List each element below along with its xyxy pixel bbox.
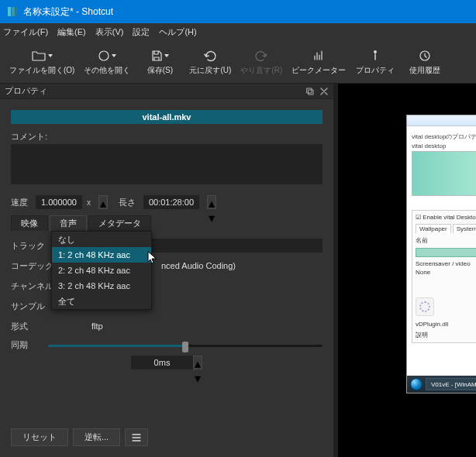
tab-bar: 映像 音声 メタデータ <box>11 215 323 231</box>
save-button[interactable]: 保存(S) <box>135 43 185 83</box>
track-option-2[interactable]: 2: 2 ch 48 KHz aac <box>52 263 151 278</box>
redo-icon <box>254 50 268 62</box>
preview-dll: vDPlugin.dll <box>416 321 476 328</box>
menu-edit[interactable]: 編集(E) <box>57 26 86 38</box>
undo-button[interactable]: 元に戻す(U) <box>185 43 236 83</box>
comment-label: コメント: <box>11 132 47 141</box>
toolbar: ファイルを開く(O) その他を開く 保存(S) 元に戻す(U) やり直す(R) … <box>0 40 476 84</box>
comment-input[interactable] <box>11 144 323 184</box>
preview-window-title: vital desktopのプロパティ <box>412 132 476 141</box>
menu-button[interactable] <box>125 428 148 446</box>
save-icon <box>150 50 163 62</box>
undo-icon <box>203 50 217 62</box>
preview-screensaver: Screensaver / video <box>416 260 476 267</box>
preview-tab-system: System <box>453 224 476 233</box>
preview-name-field <box>416 248 476 257</box>
menubar[interactable]: ファイル(F) 編集(E) 表示(V) 設定 ヘルプ(H) <box>0 23 476 40</box>
undock-icon[interactable] <box>305 87 315 96</box>
preview-thumbnail <box>412 151 476 196</box>
chevron-down-icon <box>112 54 116 57</box>
open-other-button[interactable]: その他を開く <box>79 43 135 83</box>
chevron-down-icon <box>164 54 169 57</box>
duration-label: 長さ <box>119 197 136 208</box>
properties-label: プロパティ <box>356 65 395 76</box>
svg-rect-2 <box>16 7 17 16</box>
format-label: 形式 <box>11 321 60 332</box>
duration-spinner[interactable]: ▴▾ <box>207 195 216 209</box>
peakmeter-button[interactable]: ピークメーター <box>287 43 350 83</box>
start-orb-icon <box>410 378 423 390</box>
preview-gear-icon <box>416 297 434 316</box>
svg-point-3 <box>99 51 109 60</box>
sync-spinner[interactable]: ▴▾ <box>193 356 202 369</box>
duration-input[interactable]: 00:01:28:00 <box>143 195 199 209</box>
preview-area: vital desktopのプロパティ vital desktop ☑ Enab… <box>338 84 476 457</box>
svg-rect-0 <box>8 7 11 16</box>
tab-audio[interactable]: 音声 <box>50 215 87 231</box>
preview-task-button: V01vE - [WinAMP... <box>426 378 476 390</box>
properties-button[interactable]: プロパティ <box>350 43 400 83</box>
circle-icon <box>98 50 110 62</box>
preview-titlebar <box>407 115 476 126</box>
format-value: fltp <box>60 321 323 331</box>
menu-file[interactable]: ファイル(F) <box>3 26 48 38</box>
file-name-chip: vital-all.mkv <box>11 110 323 124</box>
track-option-none[interactable]: なし <box>52 232 151 247</box>
preview-enable-checkbox: Enable vital Desktop <box>423 214 476 221</box>
sync-slider[interactable] <box>48 340 323 351</box>
open-file-label: ファイルを開く(O) <box>9 65 74 76</box>
sync-label: 同期 <box>11 339 48 351</box>
folder-open-icon <box>31 50 47 62</box>
properties-panel: プロパティ vital-all.mkv コメント: 速度 1.000000x ▴… <box>0 84 333 457</box>
clock-icon <box>419 50 431 62</box>
preview-tab-wallpaper: Wallpaper <box>416 224 451 233</box>
preview-taskbar: V01vE - [WinAMP... <box>407 376 476 393</box>
close-panel-icon[interactable] <box>319 87 329 96</box>
undo-label: 元に戻す(U) <box>189 65 231 76</box>
tab-metadata[interactable]: メタデータ <box>88 215 151 231</box>
svg-rect-7 <box>309 90 313 94</box>
save-label: 保存(S) <box>147 65 173 76</box>
svg-point-4 <box>374 50 376 52</box>
menu-settings[interactable]: 設定 <box>133 26 150 38</box>
window-title: 名称未設定* - Shotcut <box>23 5 113 19</box>
preview-window: vital desktopのプロパティ vital desktop ☑ Enab… <box>406 115 476 393</box>
panel-header: プロパティ <box>0 84 333 99</box>
speed-spinner[interactable]: ▴▾ <box>98 195 108 209</box>
preview-desk-label: vital desktop <box>412 143 476 149</box>
titlebar: 名称未設定* - Shotcut <box>0 0 476 23</box>
info-icon <box>369 50 381 62</box>
sync-value-input[interactable]: 0ms <box>131 356 193 369</box>
reset-button[interactable]: リセット <box>11 428 68 446</box>
history-button[interactable]: 使用履歴 <box>400 43 450 83</box>
open-other-label: その他を開く <box>84 65 130 76</box>
menu-help[interactable]: ヘルプ(H) <box>159 26 196 38</box>
svg-rect-6 <box>307 88 312 93</box>
reverse-button[interactable]: 逆転... <box>73 428 120 446</box>
track-option-1[interactable]: 1: 2 ch 48 KHz aac <box>52 247 151 263</box>
track-option-3[interactable]: 3: 2 ch 48 KHz aac <box>52 278 151 294</box>
peakmeter-label: ピークメーター <box>291 65 346 76</box>
chevron-down-icon <box>48 54 53 57</box>
speed-input[interactable]: 1.000000 <box>36 195 82 209</box>
menu-view[interactable]: 表示(V) <box>95 26 124 38</box>
speed-label: 速度 <box>11 197 28 208</box>
redo-label: やり直す(R) <box>240 65 282 76</box>
history-label: 使用履歴 <box>409 65 440 76</box>
open-file-button[interactable]: ファイルを開く(O) <box>5 43 79 83</box>
svg-rect-1 <box>12 7 15 16</box>
tab-video[interactable]: 映像 <box>11 215 48 231</box>
track-option-all[interactable]: 全て <box>52 294 151 309</box>
mouse-cursor-icon <box>147 251 158 265</box>
hamburger-icon <box>132 434 141 442</box>
peakmeter-icon <box>312 50 325 62</box>
preview-none: None <box>416 269 476 276</box>
preview-caption: 説明 <box>416 331 476 339</box>
redo-button: やり直す(R) <box>236 43 287 83</box>
panel-title: プロパティ <box>5 85 47 97</box>
app-logo-icon <box>6 5 19 18</box>
track-dropdown[interactable]: なし 1: 2 ch 48 KHz aac 2: 2 ch 48 KHz aac… <box>51 231 152 310</box>
